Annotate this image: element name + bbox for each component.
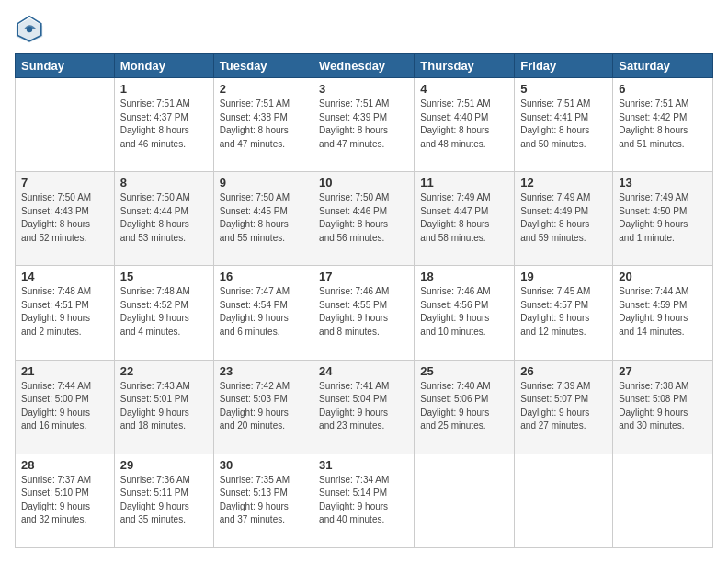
day-info-line: Daylight: 8 hours (21, 218, 108, 232)
day-info-line: Sunset: 4:46 PM (319, 205, 408, 219)
day-number: 19 (520, 270, 607, 283)
day-info-line: and 46 minutes. (120, 138, 208, 152)
day-info-line: and 37 minutes. (220, 513, 307, 527)
day-info-line: Daylight: 8 hours (220, 218, 307, 232)
calendar-cell: 23Sunrise: 7:42 AMSunset: 5:03 PMDayligh… (213, 360, 313, 454)
day-info-line: Sunset: 5:13 PM (220, 487, 307, 500)
day-info-line: and 48 minutes. (420, 138, 508, 152)
day-info-line: Sunrise: 7:51 AM (220, 98, 307, 111)
day-info-line: Daylight: 9 hours (21, 500, 108, 514)
day-info-line: and 8 minutes. (319, 326, 408, 339)
day-info-line: Sunrise: 7:51 AM (319, 98, 408, 111)
header-day-friday: Friday (515, 54, 613, 78)
day-info-line: Sunset: 5:14 PM (319, 487, 408, 500)
day-info-line: Daylight: 9 hours (120, 407, 208, 420)
day-number: 9 (220, 176, 307, 190)
day-info-line: Sunset: 4:57 PM (520, 299, 607, 313)
day-info-line: Sunset: 5:10 PM (21, 487, 108, 500)
day-info-line: Sunrise: 7:48 AM (120, 285, 208, 299)
day-info-line: Daylight: 9 hours (619, 312, 707, 326)
day-info-line: Sunset: 5:11 PM (120, 487, 208, 500)
day-info-line: Daylight: 9 hours (220, 407, 307, 420)
day-number: 10 (319, 176, 408, 190)
day-info-line: Sunset: 4:56 PM (420, 299, 508, 313)
day-info-line: Sunrise: 7:49 AM (619, 191, 707, 205)
day-number: 26 (520, 364, 607, 378)
day-info-line: Sunset: 5:07 PM (520, 393, 607, 407)
calendar-header-row: SundayMondayTuesdayWednesdayThursdayFrid… (16, 54, 713, 78)
day-info-line: and 12 minutes. (520, 326, 607, 339)
day-info-line: Sunset: 4:39 PM (319, 111, 408, 125)
day-info-line: Daylight: 8 hours (420, 124, 508, 138)
calendar-cell: 15Sunrise: 7:48 AMSunset: 4:52 PMDayligh… (114, 266, 213, 360)
day-number: 8 (120, 176, 208, 190)
day-info-line: and 4 minutes. (120, 326, 208, 339)
day-info-line: Sunset: 4:38 PM (220, 111, 307, 125)
day-info-line: Sunset: 4:41 PM (520, 111, 607, 125)
day-info-line: Sunset: 5:01 PM (120, 393, 208, 407)
calendar-cell: 6Sunrise: 7:51 AMSunset: 4:42 PMDaylight… (613, 78, 713, 172)
day-number: 18 (420, 270, 508, 283)
day-info-line: and 35 minutes. (120, 513, 208, 527)
calendar-cell: 9Sunrise: 7:50 AMSunset: 4:45 PMDaylight… (213, 172, 313, 266)
day-info-line: and 6 minutes. (220, 326, 307, 339)
day-info-line: Sunrise: 7:47 AM (220, 285, 307, 299)
day-number: 1 (120, 82, 208, 96)
day-info-line: Sunset: 4:40 PM (420, 111, 508, 125)
calendar-cell: 28Sunrise: 7:37 AMSunset: 5:10 PMDayligh… (16, 454, 115, 547)
day-info-line: Daylight: 9 hours (21, 312, 108, 326)
day-info-line: Sunset: 5:08 PM (619, 393, 707, 407)
day-number: 28 (21, 458, 108, 472)
header-day-monday: Monday (114, 54, 213, 78)
day-info-line: Sunset: 4:42 PM (619, 111, 707, 125)
day-info-line: Sunrise: 7:50 AM (319, 191, 408, 205)
day-number: 4 (420, 82, 508, 96)
day-info-line: and 25 minutes. (420, 419, 508, 433)
day-info-line: Daylight: 8 hours (619, 124, 707, 138)
day-info-line: Daylight: 8 hours (319, 218, 408, 232)
calendar-cell: 22Sunrise: 7:43 AMSunset: 5:01 PMDayligh… (114, 360, 213, 454)
calendar-body: 1Sunrise: 7:51 AMSunset: 4:37 PMDaylight… (16, 78, 713, 548)
svg-point-2 (27, 27, 32, 32)
day-info-line: Daylight: 9 hours (319, 500, 408, 514)
day-info-line: Daylight: 9 hours (21, 407, 108, 420)
calendar-cell: 12Sunrise: 7:49 AMSunset: 4:49 PMDayligh… (515, 172, 613, 266)
day-info-line: Sunrise: 7:50 AM (220, 191, 307, 205)
day-number: 17 (319, 270, 408, 283)
day-info-line: Daylight: 9 hours (619, 218, 707, 232)
header-day-saturday: Saturday (613, 54, 713, 78)
day-number: 22 (120, 364, 208, 378)
calendar-cell: 30Sunrise: 7:35 AMSunset: 5:13 PMDayligh… (213, 454, 313, 547)
day-info-line: and 53 minutes. (120, 232, 208, 246)
calendar-cell: 17Sunrise: 7:46 AMSunset: 4:55 PMDayligh… (313, 266, 415, 360)
day-info-line: Sunset: 4:43 PM (21, 205, 108, 219)
day-info-line: and 47 minutes. (319, 138, 408, 152)
day-info-line: Sunrise: 7:51 AM (420, 98, 508, 111)
day-info-line: Sunset: 4:54 PM (220, 299, 307, 313)
logo (15, 15, 48, 44)
day-info-line: and 23 minutes. (319, 419, 408, 433)
calendar-cell (515, 454, 613, 547)
day-info-line: and 58 minutes. (420, 232, 508, 246)
day-number: 29 (120, 458, 208, 472)
day-info-line: Daylight: 8 hours (520, 218, 607, 232)
day-info-line: and 47 minutes. (220, 138, 307, 152)
day-info-line: Sunset: 4:52 PM (120, 299, 208, 313)
page-header (15, 15, 713, 44)
day-number: 7 (21, 176, 108, 190)
day-number: 3 (319, 82, 408, 96)
day-number: 13 (619, 176, 707, 190)
calendar-cell: 14Sunrise: 7:48 AMSunset: 4:51 PMDayligh… (16, 266, 115, 360)
day-info-line: Sunrise: 7:35 AM (220, 474, 307, 488)
day-number: 5 (520, 82, 607, 96)
calendar-cell: 27Sunrise: 7:38 AMSunset: 5:08 PMDayligh… (613, 360, 713, 454)
day-info-line: Daylight: 8 hours (120, 218, 208, 232)
day-info-line: Sunrise: 7:49 AM (520, 191, 607, 205)
header-day-tuesday: Tuesday (213, 54, 313, 78)
day-info-line: Sunrise: 7:50 AM (21, 191, 108, 205)
day-info-line: Sunrise: 7:37 AM (21, 474, 108, 488)
day-number: 21 (21, 364, 108, 378)
calendar-week-row: 7Sunrise: 7:50 AMSunset: 4:43 PMDaylight… (16, 172, 713, 266)
day-info-line: Sunrise: 7:49 AM (420, 191, 508, 205)
day-info-line: and 32 minutes. (21, 513, 108, 527)
